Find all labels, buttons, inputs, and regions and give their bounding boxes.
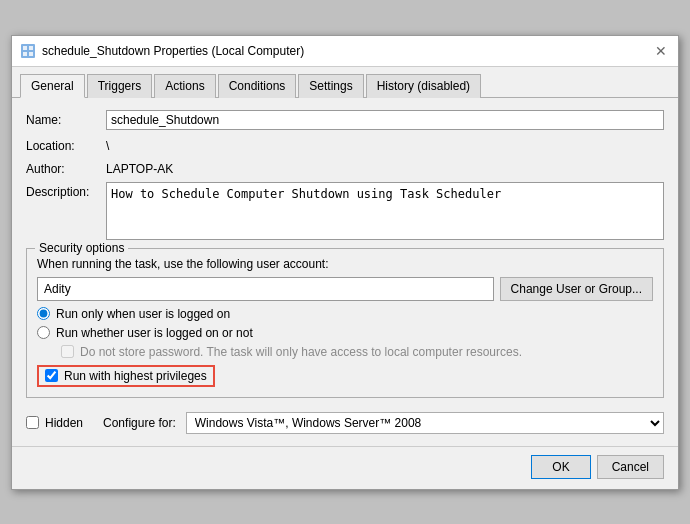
user-account-row: Change User or Group... xyxy=(37,277,653,301)
window-icon xyxy=(20,43,36,59)
radio-logged-on-label: Run only when user is logged on xyxy=(56,307,230,321)
radio-logged-on-row: Run only when user is logged on xyxy=(37,307,653,321)
window-title: schedule_Shutdown Properties (Local Comp… xyxy=(42,44,304,58)
user-account-input[interactable] xyxy=(37,277,494,301)
author-row: Author: LAPTOP-AK xyxy=(26,159,664,176)
location-label: Location: xyxy=(26,136,106,153)
close-button[interactable]: ✕ xyxy=(652,42,670,60)
main-window: schedule_Shutdown Properties (Local Comp… xyxy=(11,35,679,490)
no-store-label: Do not store password. The task will onl… xyxy=(80,345,522,359)
author-value: LAPTOP-AK xyxy=(106,159,664,176)
security-section-title: Security options xyxy=(35,241,128,255)
location-value: \ xyxy=(106,136,664,153)
change-user-button[interactable]: Change User or Group... xyxy=(500,277,653,301)
tab-actions[interactable]: Actions xyxy=(154,74,215,98)
name-input[interactable] xyxy=(106,110,664,130)
ok-button[interactable]: OK xyxy=(531,455,590,479)
run-highest-checkbox[interactable] xyxy=(45,369,58,382)
hidden-label: Hidden xyxy=(45,416,83,430)
run-highest-label: Run with highest privileges xyxy=(64,369,207,383)
location-row: Location: \ xyxy=(26,136,664,153)
hidden-row: Hidden xyxy=(26,416,83,430)
bottom-row: Hidden Configure for: Windows Vista™, Wi… xyxy=(26,406,664,434)
svg-rect-1 xyxy=(23,46,27,50)
description-label: Description: xyxy=(26,182,106,199)
no-store-checkbox[interactable] xyxy=(61,345,74,358)
configure-select[interactable]: Windows Vista™, Windows Server™ 2008Wind… xyxy=(186,412,664,434)
radio-logged-on[interactable] xyxy=(37,307,50,320)
tab-conditions[interactable]: Conditions xyxy=(218,74,297,98)
name-row: Name: xyxy=(26,110,664,130)
description-row: Description: How to Schedule Computer Sh… xyxy=(26,182,664,240)
no-store-row: Do not store password. The task will onl… xyxy=(37,345,653,359)
radio-not-logged[interactable] xyxy=(37,326,50,339)
hidden-checkbox[interactable] xyxy=(26,416,39,429)
title-bar: schedule_Shutdown Properties (Local Comp… xyxy=(12,36,678,67)
tab-history[interactable]: History (disabled) xyxy=(366,74,481,98)
tab-general[interactable]: General xyxy=(20,74,85,98)
cancel-button[interactable]: Cancel xyxy=(597,455,664,479)
configure-label: Configure for: xyxy=(103,416,176,430)
radio-not-logged-row: Run whether user is logged on or not xyxy=(37,326,653,340)
footer: OK Cancel xyxy=(12,446,678,489)
tab-triggers[interactable]: Triggers xyxy=(87,74,153,98)
title-bar-left: schedule_Shutdown Properties (Local Comp… xyxy=(20,43,304,59)
svg-rect-2 xyxy=(29,46,33,50)
description-input[interactable]: How to Schedule Computer Shutdown using … xyxy=(106,182,664,240)
tab-settings[interactable]: Settings xyxy=(298,74,363,98)
run-highest-wrapper: Run with highest privileges xyxy=(37,365,653,387)
title-controls: ✕ xyxy=(652,42,670,60)
radio-not-logged-label: Run whether user is logged on or not xyxy=(56,326,253,340)
name-label: Name: xyxy=(26,110,106,127)
author-label: Author: xyxy=(26,159,106,176)
tab-bar: General Triggers Actions Conditions Sett… xyxy=(12,67,678,98)
user-prompt: When running the task, use the following… xyxy=(37,257,653,271)
run-highest-box: Run with highest privileges xyxy=(37,365,215,387)
svg-rect-4 xyxy=(29,52,33,56)
svg-rect-3 xyxy=(23,52,27,56)
content-area: Name: Location: \ Author: LAPTOP-AK Desc… xyxy=(12,98,678,446)
security-section: Security options When running the task, … xyxy=(26,248,664,398)
